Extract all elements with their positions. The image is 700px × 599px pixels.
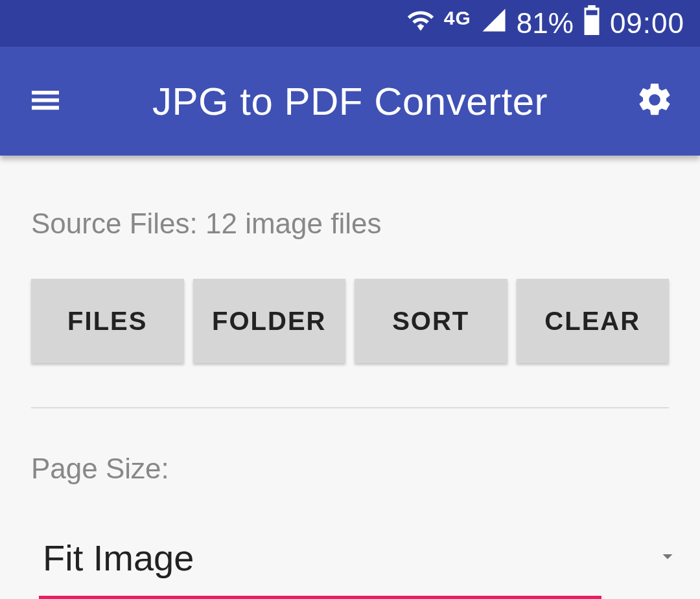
app-bar: JPG to PDF Converter — [0, 47, 700, 156]
app-title: JPG to PDF Converter — [65, 79, 635, 124]
divider — [31, 407, 669, 408]
hamburger-icon — [27, 82, 64, 121]
files-button[interactable]: FILES — [31, 279, 184, 363]
menu-button[interactable] — [26, 82, 65, 121]
action-button-row: FILES FOLDER SORT CLEAR — [31, 279, 669, 363]
sort-button[interactable]: SORT — [355, 279, 508, 363]
clear-button[interactable]: CLEAR — [517, 279, 670, 363]
battery-percent: 81% — [517, 7, 574, 40]
page-size-value: Fit Image — [43, 537, 590, 579]
wifi-icon — [406, 6, 435, 41]
status-bar: 4G 81% 09:00 — [0, 0, 700, 47]
content-area: Source Files: 12 image files FILES FOLDE… — [0, 156, 700, 599]
settings-button[interactable] — [635, 82, 674, 121]
gear-icon — [635, 80, 674, 122]
battery-icon — [583, 5, 601, 41]
folder-button[interactable]: FOLDER — [193, 279, 346, 363]
page-size-dropdown[interactable]: Fit Image — [39, 537, 601, 599]
svg-rect-0 — [586, 10, 597, 16]
page-size-label: Page Size: — [31, 452, 669, 485]
signal-icon — [480, 6, 508, 40]
clock: 09:00 — [610, 7, 684, 40]
source-files-label: Source Files: 12 image files — [31, 207, 669, 240]
chevron-down-icon — [656, 545, 679, 570]
network-type-label: 4G — [444, 7, 471, 29]
